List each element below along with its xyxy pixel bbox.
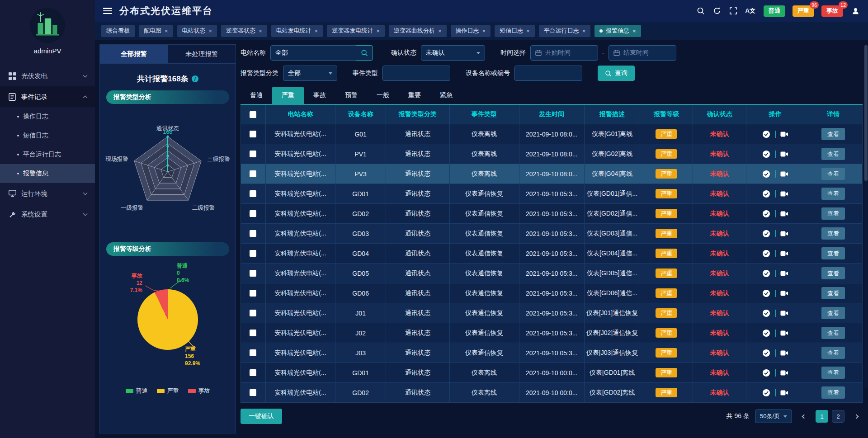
sidebar-item-settings[interactable]: 系统设置 <box>0 204 95 225</box>
view-button[interactable]: 查看 <box>821 347 845 359</box>
row-checkbox[interactable] <box>250 230 256 237</box>
view-button[interactable]: 查看 <box>821 267 845 279</box>
sidebar-item-sms-log[interactable]: 短信日志 <box>0 126 95 145</box>
legend-item[interactable]: 严重 <box>157 387 179 395</box>
sidebar-item-alarm-info[interactable]: 报警信息 <box>0 164 95 183</box>
video-icon[interactable] <box>780 350 788 356</box>
view-button[interactable]: 查看 <box>821 128 845 140</box>
legend-item[interactable]: 事故 <box>188 387 210 395</box>
menu-toggle-icon[interactable] <box>103 8 112 14</box>
row-checkbox[interactable] <box>250 151 256 157</box>
page-number[interactable]: 1 <box>816 410 828 423</box>
tab[interactable]: 逆变器曲线分析 <box>389 25 447 37</box>
row-checkbox[interactable] <box>250 131 256 137</box>
confirm-icon[interactable] <box>762 150 770 158</box>
end-time-input[interactable]: 结束时间 <box>609 45 676 61</box>
prev-page-button[interactable] <box>797 410 810 423</box>
tab-close-icon[interactable] <box>165 28 168 34</box>
view-button[interactable]: 查看 <box>821 327 845 339</box>
tab-close-icon[interactable] <box>438 28 442 34</box>
alarm-type-select[interactable]: 全部 <box>283 66 337 81</box>
severity-tab[interactable]: 紧急 <box>430 87 462 104</box>
event-type-input[interactable] <box>382 66 450 81</box>
view-button[interactable]: 查看 <box>821 386 845 399</box>
view-button[interactable]: 查看 <box>821 168 845 180</box>
refresh-icon[interactable] <box>713 7 721 15</box>
tab[interactable]: 电站状态 <box>177 25 217 37</box>
select-all-checkbox[interactable] <box>250 111 256 118</box>
video-icon[interactable] <box>780 231 788 237</box>
tab[interactable]: 逆变器状态 <box>221 25 267 37</box>
next-page-button[interactable] <box>850 410 863 423</box>
tab[interactable]: 短信日志 <box>495 25 535 37</box>
video-icon[interactable] <box>780 330 788 336</box>
row-checkbox[interactable] <box>250 250 256 257</box>
confirm-icon[interactable] <box>762 369 770 377</box>
tab-close-icon[interactable] <box>632 28 636 34</box>
view-button[interactable]: 查看 <box>821 148 845 160</box>
confirm-icon[interactable] <box>762 309 770 317</box>
view-button[interactable]: 查看 <box>821 287 845 299</box>
confirm-icon[interactable] <box>762 190 770 198</box>
confirm-icon[interactable] <box>762 170 770 178</box>
query-button[interactable]: 查询 <box>598 66 635 81</box>
status-chip[interactable]: 事故 12 <box>821 5 843 17</box>
view-button[interactable]: 查看 <box>821 188 845 200</box>
legend-item[interactable]: 普通 <box>126 387 148 395</box>
tab[interactable]: 电站发电统计 <box>271 25 323 37</box>
video-icon[interactable] <box>780 270 788 277</box>
confirm-icon[interactable] <box>762 250 770 258</box>
status-chip[interactable]: 严重 96 <box>793 5 814 17</box>
video-icon[interactable] <box>780 390 788 396</box>
row-checkbox[interactable] <box>250 310 256 316</box>
confirm-icon[interactable] <box>762 349 770 357</box>
view-button[interactable]: 查看 <box>821 367 845 379</box>
confirm-all-button[interactable]: 一键确认 <box>241 409 282 424</box>
confirm-icon[interactable] <box>762 389 770 397</box>
sidebar-item-events[interactable]: 事件记录 <box>0 86 95 107</box>
confirm-status-select[interactable]: 未确认 <box>421 45 485 61</box>
view-button[interactable]: 查看 <box>821 307 845 319</box>
device-name-input[interactable] <box>514 66 582 81</box>
sidebar-item-operation-log[interactable]: 操作日志 <box>0 107 95 126</box>
scrollbar[interactable] <box>864 45 868 389</box>
confirm-icon[interactable] <box>762 329 770 337</box>
tab[interactable]: 操作日志 <box>451 25 491 37</box>
view-button[interactable]: 查看 <box>821 247 845 259</box>
sidebar-item-env[interactable]: 运行环境 <box>0 183 95 204</box>
severity-tab[interactable]: 一般 <box>367 87 399 104</box>
alarm-panel-tab[interactable]: 未处理报警 <box>168 45 236 64</box>
tab-close-icon[interactable] <box>315 28 318 34</box>
tab[interactable]: 平台运行日志 <box>539 25 591 37</box>
severity-tab[interactable]: 普通 <box>241 87 272 104</box>
severity-tab[interactable]: 预警 <box>335 87 367 104</box>
row-checkbox[interactable] <box>250 330 256 336</box>
video-icon[interactable] <box>780 191 788 197</box>
station-name-input[interactable]: 全部 <box>270 45 356 61</box>
sidebar-item-pv[interactable]: 光伏发电 <box>0 66 95 86</box>
video-icon[interactable] <box>780 211 788 217</box>
video-icon[interactable] <box>780 250 788 257</box>
page-number[interactable]: 2 <box>832 410 844 423</box>
tab[interactable]: 逆变器发电统计 <box>327 25 385 37</box>
view-button[interactable]: 查看 <box>821 207 845 220</box>
language-icon[interactable] <box>745 7 755 15</box>
video-icon[interactable] <box>780 370 788 376</box>
video-icon[interactable] <box>780 310 788 316</box>
info-icon[interactable] <box>192 75 198 82</box>
sidebar-item-platform-log[interactable]: 平台运行日志 <box>0 145 95 164</box>
video-icon[interactable] <box>780 290 788 297</box>
row-checkbox[interactable] <box>250 369 256 376</box>
confirm-icon[interactable] <box>762 269 770 278</box>
row-checkbox[interactable] <box>250 389 256 396</box>
row-checkbox[interactable] <box>250 170 256 177</box>
row-checkbox[interactable] <box>250 270 256 277</box>
tab-close-icon[interactable] <box>376 28 380 34</box>
confirm-icon[interactable] <box>762 230 770 238</box>
station-search-button[interactable] <box>356 45 373 61</box>
status-chip[interactable]: 普通 <box>764 5 785 17</box>
confirm-icon[interactable] <box>762 289 770 297</box>
user-icon[interactable] <box>851 7 860 15</box>
row-checkbox[interactable] <box>250 210 256 217</box>
tab-close-icon[interactable] <box>482 28 486 34</box>
